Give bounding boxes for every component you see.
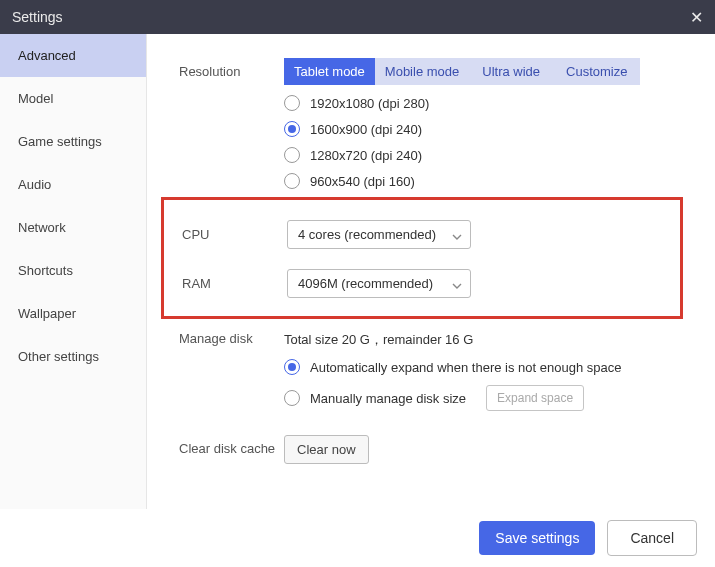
resolution-mode-tabs: Tablet mode Mobile mode Ultra wide Custo… — [284, 58, 701, 85]
tab-tablet-mode[interactable]: Tablet mode — [284, 58, 375, 85]
clear-now-button[interactable]: Clear now — [284, 435, 369, 464]
expand-space-button[interactable]: Expand space — [486, 385, 584, 411]
close-icon[interactable]: ✕ — [690, 8, 703, 27]
sidebar-item-label: Other settings — [18, 349, 99, 364]
sidebar-item-other-settings[interactable]: Other settings — [0, 335, 146, 378]
sidebar-item-label: Audio — [18, 177, 51, 192]
resolution-option-label: 1280x720 (dpi 240) — [310, 148, 422, 163]
chevron-down-icon — [452, 230, 462, 240]
resolution-option[interactable]: 1920x1080 (dpi 280) — [284, 95, 701, 111]
sidebar-item-game-settings[interactable]: Game settings — [0, 120, 146, 163]
cpu-select-value: 4 cores (recommended) — [298, 227, 436, 242]
disk-info: Total size 20 G，remainder 16 G — [284, 331, 701, 349]
chevron-down-icon — [452, 279, 462, 289]
titlebar: Settings ✕ — [0, 0, 715, 34]
sidebar-item-label: Network — [18, 220, 66, 235]
cancel-button[interactable]: Cancel — [607, 520, 697, 556]
radio-icon — [284, 390, 300, 406]
sidebar-item-label: Model — [18, 91, 53, 106]
clear-cache-label: Clear disk cache — [179, 435, 284, 458]
resolution-option[interactable]: 1600x900 (dpi 240) — [284, 121, 701, 137]
disk-option[interactable]: Automatically expand when there is not e… — [284, 359, 701, 375]
disk-option[interactable]: Manually manage disk size Expand space — [284, 385, 701, 411]
radio-icon — [284, 359, 300, 375]
radio-icon — [284, 147, 300, 163]
resolution-option-label: 1600x900 (dpi 240) — [310, 122, 422, 137]
sidebar-item-label: Game settings — [18, 134, 102, 149]
save-settings-button[interactable]: Save settings — [479, 521, 595, 555]
resolution-option-label: 960x540 (dpi 160) — [310, 174, 415, 189]
radio-icon — [284, 121, 300, 137]
resolution-option[interactable]: 960x540 (dpi 160) — [284, 173, 701, 189]
resolution-option[interactable]: 1280x720 (dpi 240) — [284, 147, 701, 163]
ram-label: RAM — [182, 276, 287, 291]
disk-option-label: Manually manage disk size — [310, 391, 466, 406]
cpu-select[interactable]: 4 cores (recommended) — [287, 220, 471, 249]
tab-ultra-wide[interactable]: Ultra wide — [469, 58, 553, 85]
cpu-label: CPU — [182, 227, 287, 242]
sidebar-item-wallpaper[interactable]: Wallpaper — [0, 292, 146, 335]
sidebar: Advanced Model Game settings Audio Netwo… — [0, 34, 147, 509]
disk-option-label: Automatically expand when there is not e… — [310, 360, 621, 375]
sidebar-item-audio[interactable]: Audio — [0, 163, 146, 206]
sidebar-item-network[interactable]: Network — [0, 206, 146, 249]
tab-customize[interactable]: Customize — [553, 58, 640, 85]
resolution-label: Resolution — [179, 58, 284, 79]
footer: Save settings Cancel — [0, 509, 715, 567]
sidebar-item-shortcuts[interactable]: Shortcuts — [0, 249, 146, 292]
sidebar-item-label: Shortcuts — [18, 263, 73, 278]
tab-mobile-mode[interactable]: Mobile mode — [375, 58, 469, 85]
ram-select[interactable]: 4096M (recommended) — [287, 269, 471, 298]
sidebar-item-model[interactable]: Model — [0, 77, 146, 120]
radio-icon — [284, 173, 300, 189]
sidebar-item-label: Wallpaper — [18, 306, 76, 321]
resolution-option-label: 1920x1080 (dpi 280) — [310, 96, 429, 111]
manage-disk-label: Manage disk — [179, 325, 284, 346]
ram-select-value: 4096M (recommended) — [298, 276, 433, 291]
highlight-box: CPU 4 cores (recommended) RAM 4096M (rec… — [161, 197, 683, 319]
radio-icon — [284, 95, 300, 111]
content-area: Resolution Tablet mode Mobile mode Ultra… — [147, 34, 715, 509]
sidebar-item-advanced[interactable]: Advanced — [0, 34, 146, 77]
sidebar-item-label: Advanced — [18, 48, 76, 63]
window-title: Settings — [12, 9, 63, 25]
